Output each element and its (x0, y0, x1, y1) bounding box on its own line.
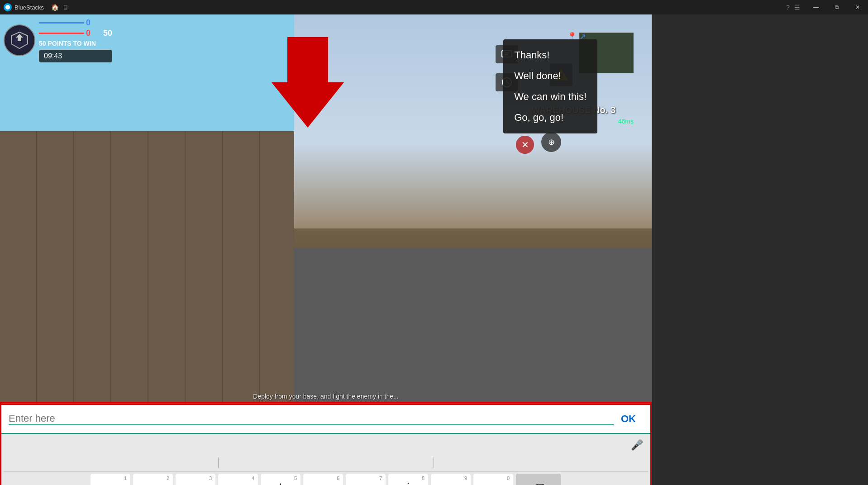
key-w[interactable]: 2w (133, 474, 173, 485)
chat-menu: Thanks! Well done! We can win this! Go, … (503, 39, 597, 133)
arrow-body (287, 37, 328, 82)
mic-icon[interactable]: 🎤 (631, 439, 643, 454)
game-bg-panels (0, 131, 294, 404)
points-to-win: 50 POINTS TO WIN (39, 40, 112, 47)
titlebar-controls: ? ☰ — ⧉ ✕ (781, 0, 868, 14)
team-emblem (4, 24, 35, 56)
arrow-head (272, 82, 344, 128)
key-o[interactable]: 9o (431, 474, 471, 485)
input-bar: OK (1, 405, 650, 434)
text-input-field[interactable] (9, 413, 614, 425)
score-bar-blue (39, 22, 84, 24)
svg-point-0 (5, 5, 10, 10)
help-icon[interactable]: ? (786, 4, 790, 11)
score-blue: 0 (86, 18, 100, 28)
mic-row: 🎤 (3, 437, 649, 454)
compass-button[interactable]: ⊕ (541, 132, 561, 152)
key-p[interactable]: 0p (473, 474, 513, 485)
key-q[interactable]: 1q (91, 474, 130, 485)
game-area: 0 0 50 50 POINTS TO WIN 09:43 Thanks! We… (0, 14, 652, 404)
key-e[interactable]: 3e (176, 474, 215, 485)
ok-button[interactable]: OK (614, 409, 643, 428)
hud-top-left: 0 0 50 50 POINTS TO WIN 09:43 (4, 18, 112, 62)
right-sidebar (652, 14, 868, 485)
score-target: 50 (103, 29, 112, 38)
chat-item-we-can-win[interactable]: We can win this! (503, 86, 597, 107)
key-i[interactable]: 8i (388, 474, 428, 485)
suggestion-row (3, 454, 649, 472)
maximize-button[interactable]: ⧉ (826, 0, 847, 14)
titlebar-icons: 🏠 🖥 (51, 4, 69, 11)
key-t[interactable]: 5t (261, 474, 300, 485)
close-button[interactable]: ✕ (847, 0, 868, 14)
score-info: 0 0 50 50 POINTS TO WIN 09:43 (39, 18, 112, 62)
keyboard-section: OK 🎤 1q 2w 3e 4r 5t 6y 7u 8i 9o 0p ⌫ a s (0, 404, 652, 485)
keyboard-area: 🎤 1q 2w 3e 4r 5t 6y 7u 8i 9o 0p ⌫ a s d … (1, 434, 650, 485)
titlebar: BlueStacks 🏠 🖥 ? ☰ — ⧉ ✕ (0, 0, 868, 14)
close-overlay-button[interactable]: ✕ (516, 136, 534, 154)
bottom-instruction-text: Deploy from your base, and fight the ene… (253, 393, 398, 400)
key-r[interactable]: 4r (218, 474, 258, 485)
home-icon[interactable]: 🏠 (51, 4, 58, 11)
minimize-button[interactable]: — (806, 0, 826, 14)
chat-item-go[interactable]: Go, go, go! (503, 107, 597, 128)
monitor-icon[interactable]: 🖥 (62, 4, 69, 11)
menu-icon[interactable]: ☰ (794, 4, 800, 11)
chat-item-thanks[interactable]: Thanks! (503, 45, 597, 66)
app-logo (4, 3, 12, 11)
app-title: BlueStacks (14, 4, 44, 11)
key-u[interactable]: 7u (346, 474, 386, 485)
chat-item-well-done[interactable]: Well done! (503, 66, 597, 86)
key-backspace[interactable]: ⌫ (516, 474, 561, 485)
key-y[interactable]: 6y (303, 474, 343, 485)
score-bar-red (39, 33, 84, 34)
ping-display: 46ms (618, 118, 634, 125)
score-row-red: 0 50 (39, 29, 112, 38)
score-red: 0 (86, 29, 100, 38)
red-arrow (272, 37, 344, 128)
key-row-1: 1q 2w 3e 4r 5t 6y 7u 8i 9o 0p ⌫ (3, 474, 649, 485)
score-row-blue: 0 (39, 18, 112, 28)
game-timer: 09:43 (39, 50, 112, 62)
